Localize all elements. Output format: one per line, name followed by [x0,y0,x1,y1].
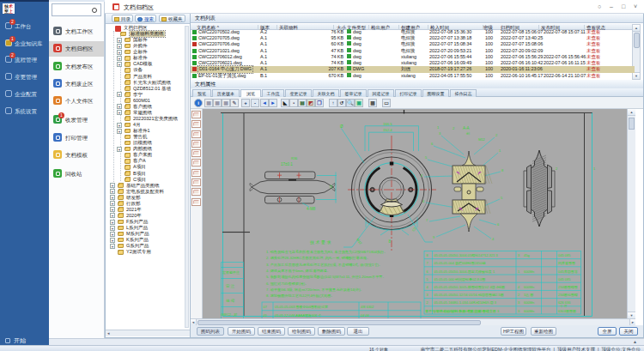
svg-text:抽 缩: 抽 缩 [225,299,235,303]
svg-text:17±0.1: 17±0.1 [281,162,293,166]
svg-text:04 06: 04 06 [361,313,370,318]
svg-text:045库圆围等: 045库圆围等 [558,269,578,274]
svg-text:4. 焊缝高度不低于6mm, 焊后清理焊渣。: 4. 焊缝高度不低于6mm, 焊后清理焊渣。 [266,269,331,273]
svg-text:个 件: 个 件 [560,304,568,308]
svg-text:05.05.05.05050-12/16 05/16-钝圆: 05.05.05.05050-12/16 05/16-钝圆固围轴2.5囻 [434,293,504,297]
svg-text:600Mn: 600Mn [524,285,534,289]
svg-text:A-A: A-A [463,126,470,130]
svg-text:R36: R36 [291,156,298,160]
svg-text:6. 报红对刀白有锈斑(涂)。: 6. 报红对刀白有锈斑(涂)。 [266,281,308,286]
svg-text:045 085: 045 085 [558,253,571,257]
svg-text:166.5: 166.5 [383,122,392,126]
svg-text:05.05.05.05050-1004-固定式柳钢轮裹 1: 05.05.05.05050-1004-固定式柳钢轮裹 1 [434,269,495,274]
svg-text:宏桥整件注: 宏桥整件注 [222,270,240,275]
svg-text:05.05.05.004 杨栏668钻围2: 05.05.05.004 杨栏668钻围2450轴 [434,261,486,265]
svg-text:6303囻围囻: 6303囻围囻 [558,309,576,313]
svg-text:05.05.05.16680-1-034-04札锚14钝9-: 05.05.05.16680-1-034-04札锚14钝9-圆 3 [434,300,497,305]
svg-text:技术要求: 技术要求 [310,239,332,245]
svg-text:045 085: 045 085 [558,277,571,281]
svg-text:600Mn: 600Mn [524,309,534,313]
svg-text:GWC2...对: GWC2...对 [221,312,237,317]
svg-text:05.05.12.046 AAAA哑板606 个: 05.05.12.046 AAAA哑板606 个 [275,313,322,318]
svg-text:玛库霍围围: 玛库霍围围 [558,261,575,265]
svg-text:1匹 囻: 1匹 囻 [524,293,533,297]
svg-text:宙 注: 宙 注 [226,284,235,288]
svg-text:05: 05 [264,313,268,318]
svg-text:45g: 45g [524,253,530,257]
svg-text:4-M8: 4-M8 [307,207,316,211]
svg-text:600Mn: 600Mn [524,269,534,274]
svg-text:600Mn: 600Mn [524,300,534,305]
svg-text:152.4: 152.4 [383,128,392,132]
svg-text:07: 07 [264,305,268,309]
svg-text:05.05.05.063 围餐Φ6k6围割绞过宽: 05.05.05.063 围餐Φ6k6围割绞过宽 [275,305,328,309]
svg-text:剖: 剖 [466,131,470,136]
svg-text:05.05.05.05050-1005-梯围锚围架02 4圆: 05.05.05.05050-1005-梯围锚围架02 4圆 4钝囻 [434,285,506,289]
svg-text:234囻轮围帽: 234囻轮围帽 [558,293,578,297]
svg-text:234囻围帽围: 234囻围帽围 [558,285,578,289]
svg-text:4/8 6302: 4/8 6302 [361,305,374,309]
svg-text:M12: M12 [478,137,486,142]
svg-text:Ø: Ø [340,124,343,129]
svg-text:05.05.05.05050-1004-05帽轮14?12-: 05.05.05.05050-1004-05帽轮14?12-321 3 [434,253,499,257]
svg-text:12: 12 [329,185,333,189]
